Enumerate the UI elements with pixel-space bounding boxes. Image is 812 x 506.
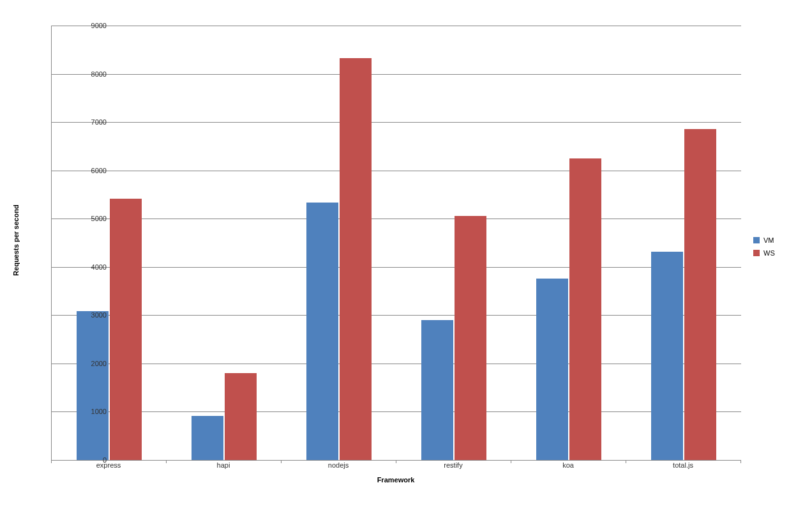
y-tick-label: 8000 xyxy=(81,70,107,78)
legend: VM WS xyxy=(753,236,775,262)
x-tickmark xyxy=(626,460,626,463)
x-tick-label: express xyxy=(96,461,121,469)
y-axis-label: Requests per second xyxy=(12,204,20,275)
x-tick-label: restify xyxy=(444,461,462,469)
gridline xyxy=(52,26,741,26)
bar-ws-express xyxy=(110,199,142,460)
legend-label-vm: VM xyxy=(763,236,774,244)
y-tick-label: 9000 xyxy=(81,22,107,29)
x-tickmark xyxy=(281,460,282,463)
legend-item-vm: VM xyxy=(753,236,775,244)
x-axis-label: Framework xyxy=(377,476,415,484)
y-tick-label: 4000 xyxy=(81,263,107,271)
x-tickmark xyxy=(51,460,52,463)
x-tickmark xyxy=(511,460,511,463)
x-tickmark xyxy=(396,460,396,463)
y-tick-label: 6000 xyxy=(81,167,107,174)
bar-ws-koa xyxy=(569,158,601,460)
gridline xyxy=(52,411,741,412)
x-tickmark xyxy=(166,460,167,463)
y-tick-label: 3000 xyxy=(81,311,107,319)
gridline xyxy=(52,122,741,123)
gridline xyxy=(52,364,741,364)
x-tick-label: hapi xyxy=(217,461,230,469)
x-tick-label: total.js xyxy=(673,461,693,469)
bar-ws-total.js xyxy=(684,129,716,460)
bar-vm-hapi xyxy=(192,416,223,461)
gridline xyxy=(52,267,741,268)
y-tick-label: 7000 xyxy=(81,118,107,126)
x-tickmark xyxy=(741,460,741,463)
plot-area xyxy=(51,26,741,461)
bar-ws-nodejs xyxy=(340,58,372,460)
bar-vm-koa xyxy=(536,279,568,460)
legend-swatch-ws xyxy=(753,250,760,256)
x-tick-label: koa xyxy=(562,461,574,469)
gridline xyxy=(52,171,741,171)
bar-ws-restify xyxy=(455,216,486,460)
y-tick-label: 5000 xyxy=(81,215,107,222)
bar-vm-restify xyxy=(421,320,453,460)
bar-vm-express xyxy=(77,311,109,460)
legend-swatch-vm xyxy=(753,237,760,243)
x-tick-label: nodejs xyxy=(328,461,349,469)
gridline xyxy=(52,315,741,316)
bar-vm-total.js xyxy=(651,252,683,460)
bar-ws-hapi xyxy=(225,373,257,460)
legend-item-ws: WS xyxy=(753,249,775,257)
y-tick-label: 1000 xyxy=(81,408,107,415)
chart-container: Requests per second Framework VM WS 0100… xyxy=(13,13,799,493)
gridline xyxy=(52,74,741,75)
y-tick-label: 2000 xyxy=(81,360,107,367)
legend-label-ws: WS xyxy=(763,249,775,257)
bar-vm-nodejs xyxy=(306,203,338,460)
gridline xyxy=(52,218,741,219)
